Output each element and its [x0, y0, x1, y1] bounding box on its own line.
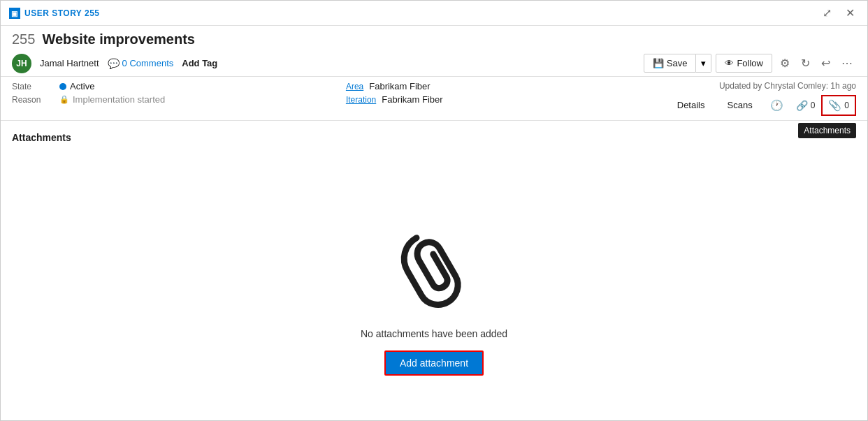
area-value: Fabrikam Fiber [369, 81, 430, 91]
state-row: State Active [12, 81, 332, 91]
area-link[interactable]: Area [346, 82, 363, 91]
author-name: Jamal Hartnett [40, 58, 99, 68]
svg-text:▣: ▣ [11, 10, 17, 17]
meta-left: State Active Reason 🔒 Implementation sta… [12, 81, 332, 105]
empty-state: No attachments have been added Add attac… [12, 157, 856, 409]
attachment-empty-icon [385, 219, 483, 317]
meta-bar: State Active Reason 🔒 Implementation sta… [1, 77, 867, 121]
history-button[interactable]: 🕐 [764, 96, 790, 115]
save-dropdown-button[interactable]: ▾ [696, 54, 711, 73]
lock-icon: 🔒 [59, 95, 69, 104]
links-count: 0 [811, 101, 816, 110]
add-tag-button[interactable]: Add Tag [182, 58, 217, 68]
reason-value: 🔒 Implementation started [59, 94, 165, 105]
state-value: Active [59, 81, 94, 91]
links-icon: 🔗 [796, 100, 808, 111]
title-bar-left: ▣ USER STORY 255 [9, 8, 100, 19]
work-item-window: ▣ USER STORY 255 ⤢ ✕ 255 Website improve… [0, 0, 868, 421]
links-button[interactable]: 🔗 0 [790, 96, 822, 115]
title-bar-badge: USER STORY 255 [24, 8, 100, 18]
title-bar: ▣ USER STORY 255 ⤢ ✕ [1, 1, 867, 26]
save-button-group: 💾 Save ▾ [644, 54, 712, 73]
avatar: JH [12, 54, 31, 73]
iteration-link[interactable]: Iteration [346, 95, 376, 105]
attachments-button[interactable]: 📎 0 [821, 95, 856, 116]
state-dot [59, 83, 66, 90]
undo-button[interactable]: ↩ [818, 53, 834, 73]
close-button[interactable]: ✕ [841, 5, 859, 21]
follow-button[interactable]: 👁 Follow [716, 54, 772, 73]
work-item-name[interactable]: Website improvements [42, 31, 195, 47]
content-area: Attachments No attachments have been add… [1, 121, 867, 420]
add-attachment-button[interactable]: Add attachment [384, 350, 484, 376]
settings-button[interactable]: ⚙ [776, 53, 793, 73]
chevron-down-icon: ▾ [701, 58, 706, 68]
header-toolbar: JH Jamal Hartnett 💬 0 Comments Add Tag 💾… [12, 53, 856, 73]
tab-details[interactable]: Details [666, 96, 716, 116]
header: 255 Website improvements JH Jamal Hartne… [1, 26, 867, 77]
iteration-value: Fabrikam Fiber [382, 94, 442, 105]
meta-center: Area Fabrikam Fiber Iteration Fabrikam F… [346, 81, 666, 105]
tab-scans[interactable]: Scans [716, 96, 764, 116]
work-item-number: 255 [12, 31, 35, 47]
comment-icon: 💬 [108, 58, 120, 69]
work-item-title-row: 255 Website improvements [12, 31, 856, 47]
reason-row: Reason 🔒 Implementation started [12, 94, 332, 105]
attachments-count: 0 [844, 101, 849, 110]
reason-label: Reason [12, 95, 54, 105]
eye-icon: 👁 [725, 58, 734, 68]
comments-button[interactable]: 💬 0 Comments [108, 58, 174, 69]
tabs-action-bar: Details Scans 🕐 🔗 0 📎 0 Attachments [666, 95, 856, 116]
header-left: JH Jamal Hartnett 💬 0 Comments Add Tag [12, 54, 217, 73]
comments-label: 0 Comments [122, 58, 174, 68]
refresh-button[interactable]: ↻ [797, 53, 813, 73]
section-title: Attachments [12, 132, 71, 143]
work-item-type-icon: ▣ [9, 8, 20, 19]
meta-right: Updated by Chrystal Comley: 1h ago Detai… [666, 81, 856, 116]
updated-text: Updated by Chrystal Comley: 1h ago [719, 81, 856, 91]
save-icon: 💾 [653, 58, 664, 68]
empty-attachments-text: No attachments have been added [361, 328, 507, 339]
history-icon: 🕐 [770, 99, 783, 112]
paperclip-icon-small: 📎 [828, 99, 841, 112]
more-options-button[interactable]: ⋯ [838, 53, 856, 73]
attachments-tooltip-wrap: 📎 0 Attachments [821, 95, 856, 116]
area-row: Area Fabrikam Fiber [346, 81, 666, 91]
header-right: 💾 Save ▾ 👁 Follow ⚙ ↻ ↩ ⋯ [644, 53, 856, 73]
title-bar-actions: ⤢ ✕ [818, 5, 859, 21]
save-button[interactable]: 💾 Save [644, 54, 697, 73]
iteration-row: Iteration Fabrikam Fiber [346, 94, 666, 105]
state-label: State [12, 82, 54, 91]
minimize-button[interactable]: ⤢ [818, 5, 836, 21]
